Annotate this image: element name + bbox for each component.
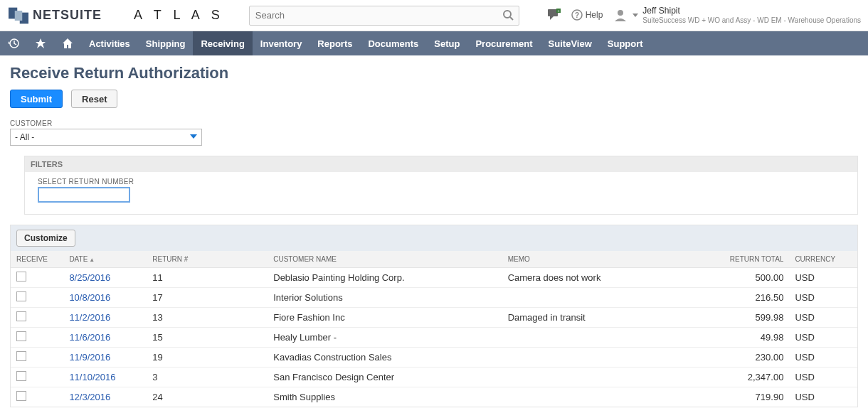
cell-currency: USD	[789, 308, 857, 328]
receive-checkbox[interactable]	[16, 391, 26, 401]
cell-return-total: 719.90	[699, 387, 790, 407]
cell-customer-name: Kavadias Construction Sales	[268, 348, 502, 368]
receive-checkbox[interactable]	[16, 331, 26, 341]
nav-item-receiving[interactable]: Receiving	[193, 31, 252, 55]
cell-return-number: 3	[147, 368, 268, 387]
svg-point-3	[504, 11, 511, 18]
svg-marker-6	[550, 16, 554, 20]
sort-asc-icon: ▲	[89, 257, 95, 263]
svg-line-4	[510, 17, 513, 20]
cell-return-number: 13	[147, 308, 268, 328]
filters-panel: FILTERS SELECT RETURN NUMBER	[24, 156, 858, 215]
receive-checkbox[interactable]	[16, 371, 26, 381]
customize-button[interactable]: Customize	[16, 230, 75, 247]
nav-item-support[interactable]: Support	[600, 31, 651, 55]
svg-point-11	[618, 10, 623, 16]
nav-item-setup[interactable]: Setup	[426, 31, 467, 55]
customer-select[interactable]: - All -	[10, 129, 202, 146]
netsuite-logo-text: NETSUITE	[33, 8, 102, 23]
receive-checkbox[interactable]	[16, 272, 26, 282]
table-row: 11/2/201613Fiore Fashion IncDamaged in t…	[11, 308, 857, 328]
submit-button[interactable]: Submit	[10, 90, 63, 108]
nav-item-inventory[interactable]: Inventory	[253, 31, 310, 55]
return-number-input[interactable]	[38, 187, 130, 203]
cell-date[interactable]: 11/9/2016	[63, 348, 147, 368]
col-header-date[interactable]: DATE▲	[63, 251, 147, 268]
cell-date[interactable]: 11/10/2016	[63, 368, 147, 387]
col-header-receive[interactable]: RECEIVE	[11, 251, 63, 268]
cell-memo	[502, 368, 699, 387]
cell-currency: USD	[789, 268, 857, 288]
action-buttons-top: Submit Reset	[10, 90, 858, 108]
svg-marker-15	[63, 38, 73, 48]
user-info: Jeff Shipit SuiteSuccess WD + WO and Ass…	[642, 6, 861, 24]
receive-checkbox[interactable]	[16, 291, 26, 301]
cell-customer-name: San Francisco Design Center	[268, 368, 502, 387]
results-grid: Customize RECEIVE DATE▲ RETURN # CUSTOME…	[10, 225, 858, 407]
svg-rect-2	[15, 11, 23, 21]
nav-home-icon[interactable]	[54, 31, 81, 55]
help-icon: ?	[571, 9, 583, 21]
help-label: Help	[586, 10, 603, 20]
svg-text:?: ?	[575, 11, 579, 19]
col-header-memo[interactable]: MEMO	[502, 251, 699, 268]
cell-memo	[502, 288, 699, 308]
cell-memo	[502, 387, 699, 407]
cell-currency: USD	[789, 328, 857, 348]
avatar-icon	[613, 7, 628, 23]
cell-customer-name: Fiore Fashion Inc	[268, 308, 502, 328]
cell-date[interactable]: 11/2/2016	[63, 308, 147, 328]
nav-item-shipping[interactable]: Shipping	[138, 31, 194, 55]
cell-date[interactable]: 12/3/2016	[63, 387, 147, 407]
cell-date[interactable]: 10/8/2016	[63, 288, 147, 308]
col-header-customer[interactable]: CUSTOMER NAME	[268, 251, 502, 268]
netsuite-logo[interactable]: NETSUITE	[9, 6, 102, 26]
page-title: Receive Return Authorization	[10, 64, 858, 82]
cell-return-number: 17	[147, 288, 268, 308]
user-role: SuiteSuccess WD + WO and Assy - WD EM - …	[642, 16, 861, 25]
top-right-controls: + ? Help Jeff Shipit SuiteSuccess WD + W…	[547, 6, 861, 24]
nav-recent-icon[interactable]	[0, 31, 27, 55]
col-header-currency[interactable]: CURRENCY	[789, 251, 857, 268]
search-input[interactable]	[249, 6, 519, 26]
user-menu[interactable]: Jeff Shipit SuiteSuccess WD + WO and Ass…	[613, 6, 861, 24]
customer-field-label: CUSTOMER	[10, 119, 858, 127]
table-row: 10/8/201617Interior Solutions216.50USD	[11, 288, 857, 308]
cell-date[interactable]: 11/6/2016	[63, 328, 147, 348]
feedback-icon[interactable]: +	[547, 9, 561, 21]
reset-button[interactable]: Reset	[71, 90, 117, 108]
table-row: 11/10/20163San Francisco Design Center2,…	[11, 368, 857, 387]
table-row: 11/6/201615Healy Lumber -49.98USD	[11, 328, 857, 348]
help-button[interactable]: ? Help	[571, 9, 603, 21]
return-number-label: SELECT RETURN NUMBER	[38, 178, 845, 186]
col-header-return[interactable]: RETURN #	[147, 251, 268, 268]
grid-toolbar: Customize	[11, 225, 857, 251]
nav-item-procurement[interactable]: Procurement	[467, 31, 540, 55]
cell-customer-name: Smith Supplies	[268, 387, 502, 407]
top-bar: NETSUITE A T L A S + ? Help Jeff Shipit …	[0, 0, 868, 31]
cell-customer-name: Deblasio Painting Holding Corp.	[268, 268, 502, 288]
nav-item-activities[interactable]: Activities	[81, 31, 138, 55]
receive-checkbox[interactable]	[16, 311, 26, 321]
cell-customer-name: Interior Solutions	[268, 288, 502, 308]
cell-return-total: 500.00	[699, 268, 790, 288]
cell-memo	[502, 328, 699, 348]
svg-rect-5	[548, 9, 558, 16]
nav-item-suiteview[interactable]: SuiteView	[541, 31, 600, 55]
col-header-total[interactable]: RETURN TOTAL	[699, 251, 790, 268]
cell-return-total: 230.00	[699, 348, 790, 368]
svg-text:+: +	[557, 9, 559, 13]
table-row: 8/25/201611Deblasio Painting Holding Cor…	[11, 268, 857, 288]
nav-item-documents[interactable]: Documents	[360, 31, 426, 55]
cell-date[interactable]: 8/25/2016	[63, 268, 147, 288]
receive-checkbox[interactable]	[16, 351, 26, 361]
nav-favorites-icon[interactable]	[27, 31, 54, 55]
dropdown-caret-icon	[190, 132, 197, 142]
cell-currency: USD	[789, 288, 857, 308]
cell-return-number: 24	[147, 387, 268, 407]
nav-item-reports[interactable]: Reports	[309, 31, 360, 55]
search-icon[interactable]	[502, 9, 514, 23]
page-content: Receive Return Authorization Submit Rese…	[0, 55, 868, 418]
cell-currency: USD	[789, 387, 857, 407]
cell-currency: USD	[789, 368, 857, 387]
